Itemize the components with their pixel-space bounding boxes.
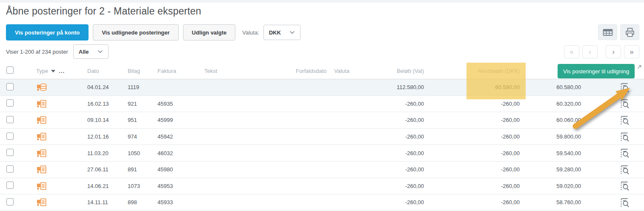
table-row: 09.10.14 951 45999 -260,00 -260,00 60.06… xyxy=(0,112,644,129)
show-postings-on-account-button[interactable]: Vis posteringer på konto xyxy=(6,24,89,40)
printer-icon xyxy=(625,27,635,38)
restbelob-dkk-cell: -260,00 xyxy=(430,199,526,205)
faktura-cell: 45935 xyxy=(157,101,204,107)
column-header-tekst[interactable]: Tekst xyxy=(204,68,296,74)
column-header-forfaldsdato[interactable]: Forfaldsdato xyxy=(296,68,334,74)
view-entry-icon[interactable] xyxy=(620,147,630,159)
prev-page-button[interactable]: ‹ xyxy=(582,45,598,58)
restbelob-dkk-cell: -260,00 xyxy=(430,133,526,140)
invoice-icon xyxy=(36,180,48,192)
bilag-cell: 921 xyxy=(128,101,157,107)
page-title: Åbne posteringer for 2 - Materiale ekspe… xyxy=(6,6,201,17)
saldo-cell: 60.320,00 xyxy=(526,101,585,107)
belob-val-cell: -260,00 xyxy=(366,199,430,205)
first-page-button[interactable]: « xyxy=(564,45,579,58)
table-row: 14.06.21 1073 45953 -260,00 -260,00 59.0… xyxy=(0,178,644,195)
dato-cell: 11.03.20 xyxy=(87,150,128,156)
view-entry-icon[interactable] xyxy=(620,98,630,109)
column-header-faktura[interactable]: Faktura xyxy=(157,68,204,74)
page-size-select-value: Alle xyxy=(79,49,89,55)
column-header-restbelob-dkk[interactable]: Restbeløb (DKK) xyxy=(430,68,526,74)
saldo-cell: 60.060,00 xyxy=(526,117,585,123)
restbelob-dkk-cell: -260,00 xyxy=(430,101,526,107)
row-checkbox[interactable] xyxy=(6,182,14,189)
expand-corner-icon[interactable] xyxy=(637,64,642,69)
last-page-button[interactable]: » xyxy=(624,45,639,58)
restbelob-dkk-cell: -260,00 xyxy=(430,166,526,173)
belob-val-cell: 112.580,00 xyxy=(366,84,430,90)
table-row: 16.02.13 921 45935 -260,00 -260,00 60.32… xyxy=(0,96,644,113)
row-checkbox[interactable] xyxy=(6,165,14,173)
settle-selected-button[interactable]: Udlign valgte xyxy=(183,24,236,40)
row-checkbox[interactable] xyxy=(6,133,14,140)
table-body: 04.01.24 1119 112.580,00 60.580,00 60.58… xyxy=(0,79,644,211)
chevron-down-icon xyxy=(289,31,295,34)
invoice-icon xyxy=(36,114,48,126)
toolbar: Vis posteringer på konto Vis udlignede p… xyxy=(6,24,301,40)
postings-table: Type ... Dato Bilag Faktura Tekst Forfal… xyxy=(0,63,644,211)
show-settled-postings-button[interactable]: Vis udlignede posteringer xyxy=(93,24,178,40)
table-header-row: Type ... Dato Bilag Faktura Tekst Forfal… xyxy=(0,63,644,79)
restbelob-dkk-cell: -260,00 xyxy=(430,150,526,156)
saldo-cell: 59.800,00 xyxy=(526,133,585,140)
saldo-cell: 60.580,00 xyxy=(526,84,585,90)
column-options-ellipsis[interactable]: ... xyxy=(59,68,65,74)
grid-view-button[interactable] xyxy=(598,24,617,40)
view-entry-icon[interactable] xyxy=(620,131,630,142)
faktura-cell: 45999 xyxy=(157,117,204,123)
column-header-bilag[interactable]: Bilag xyxy=(128,68,157,74)
belob-val-cell: -260,00 xyxy=(366,117,430,123)
row-checkbox[interactable] xyxy=(6,99,14,107)
showing-count-text: Viser 1-200 af 234 poster xyxy=(6,49,68,55)
currency-select[interactable]: DKK xyxy=(263,25,301,40)
column-header-valuta[interactable]: Valuta xyxy=(334,68,366,74)
coins-icon xyxy=(36,81,48,93)
row-checkbox[interactable] xyxy=(6,83,14,90)
dato-cell: 27.06.11 xyxy=(87,166,128,173)
select-all-checkbox[interactable] xyxy=(6,66,14,74)
next-page-button[interactable]: › xyxy=(606,45,621,58)
row-checkbox[interactable] xyxy=(6,116,14,123)
sort-desc-icon xyxy=(51,70,55,72)
list-bar: Viser 1-200 af 234 poster Alle xyxy=(6,44,109,59)
saldo-cell: 59.540,00 xyxy=(526,150,585,156)
table-row: 11.03.20 1050 46032 -260,00 -260,00 59.5… xyxy=(0,145,644,162)
view-entry-icon[interactable] xyxy=(620,180,630,191)
bilag-cell: 1050 xyxy=(128,150,157,156)
table-row: 12.01.16 974 45942 -260,00 -260,00 59.80… xyxy=(0,129,644,145)
page-size-select[interactable]: Alle xyxy=(73,44,109,59)
view-entry-icon[interactable] xyxy=(620,164,630,175)
saldo-cell: 59.280,00 xyxy=(526,166,585,173)
belob-val-cell: -260,00 xyxy=(366,166,430,173)
restbelob-dkk-cell: 60.580,00 xyxy=(430,84,526,90)
currency-select-value: DKK xyxy=(269,29,281,36)
invoice-icon xyxy=(36,147,48,159)
row-checkbox[interactable] xyxy=(6,149,14,156)
view-entry-icon[interactable] xyxy=(620,115,630,126)
faktura-cell: 45942 xyxy=(157,133,204,140)
column-header-belob-val[interactable]: Beløb (Val) xyxy=(366,68,430,74)
print-button[interactable] xyxy=(620,24,639,40)
column-header-dato[interactable]: Dato xyxy=(87,68,128,74)
open-postings-page: Åbne posteringer for 2 - Materiale ekspe… xyxy=(0,0,644,211)
view-entry-icon[interactable] xyxy=(620,197,630,208)
faktura-cell: 45953 xyxy=(157,183,204,189)
faktura-cell: 45980 xyxy=(157,166,204,173)
type-header-label: Type xyxy=(36,68,48,74)
view-actions xyxy=(598,24,639,40)
bilag-cell: 891 xyxy=(128,166,157,173)
dato-cell: 09.10.14 xyxy=(87,117,128,123)
belob-val-cell: -260,00 xyxy=(366,150,430,156)
invoice-icon xyxy=(36,164,48,175)
bilag-cell: 974 xyxy=(128,133,157,140)
bilag-cell: 1119 xyxy=(128,84,157,90)
column-header-type[interactable]: Type ... xyxy=(26,68,87,74)
currency-label: Valuta: xyxy=(242,29,259,36)
faktura-cell: 46032 xyxy=(157,150,204,156)
show-postings-for-settlement-button[interactable]: Vis posteringer til udligning xyxy=(558,64,635,78)
view-entry-icon[interactable] xyxy=(620,82,630,93)
row-checkbox[interactable] xyxy=(6,198,14,205)
belob-val-cell: -260,00 xyxy=(366,101,430,107)
table-row: 04.01.24 1119 112.580,00 60.580,00 60.58… xyxy=(0,79,644,96)
bilag-cell: 951 xyxy=(128,117,157,123)
